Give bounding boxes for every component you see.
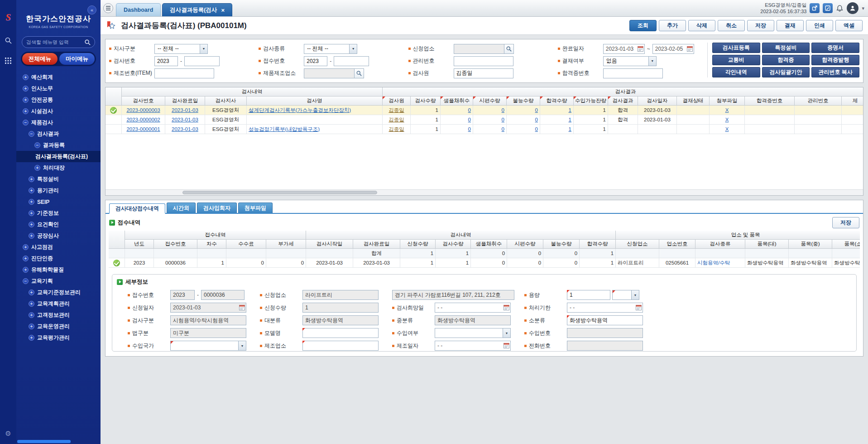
plus-icon[interactable]: + [23,97,29,103]
sidebar-item[interactable]: +사고점검 [16,241,101,253]
edit-icon[interactable] [823,3,833,13]
grid-column-header[interactable]: 검사수량 [411,97,441,106]
minus-icon[interactable]: − [29,131,34,137]
grid-column-header[interactable]: 시편수량 [473,97,507,106]
grid-cell[interactable]: 0 [507,125,540,134]
sidebar-item[interactable]: +요건확인 [16,219,101,230]
detail-input[interactable] [302,290,379,300]
sidebar-scrollbar-thumb[interactable] [17,440,71,443]
detail-input[interactable] [302,328,379,338]
grid-cell[interactable]: 0 [473,125,507,134]
grid-column-header[interactable]: 제 [842,97,863,106]
grid-cell[interactable]: 1 [580,258,616,268]
grid-column-header[interactable]: 검사완료일 [353,240,400,249]
grid-cell[interactable]: X [710,125,745,134]
quick-action-button[interactable]: 합격증 [762,55,810,65]
grid-column-header[interactable]: 검사지사 [205,97,247,106]
grid-column-header[interactable]: 품목(중) [789,240,832,249]
sidebar-item[interactable]: −결과등록 [16,140,101,151]
grid-cell[interactable]: 합격 [608,115,638,125]
quick-action-button[interactable]: 관리번호 복사 [811,67,859,77]
sidebar-item[interactable]: +진단인증 [16,253,101,264]
filter-input[interactable] [334,56,369,66]
grid-cell[interactable]: 합격 [608,106,638,115]
grid-cell[interactable]: 1 [540,125,574,134]
grid-column-header[interactable]: 수입가능잔량 [574,97,608,106]
detail-select[interactable]: ▼ [612,290,639,300]
grid-cell[interactable]: 1 [400,258,436,268]
grid-cell[interactable]: 화생방수탁용역 [789,258,832,268]
plus-icon[interactable]: + [29,323,34,329]
grid-cell[interactable]: ESG경영처 [205,125,247,134]
grid-cell[interactable]: 0 [441,106,473,115]
save-button[interactable]: 저장 [832,217,859,228]
grid-column-header[interactable]: 검사번호 [122,97,165,106]
grid-row[interactable]: 2023-00000032023-01-03ESG경영처설계단계검사기록부(가스… [106,106,863,115]
grid-column-header[interactable]: 차수 [197,240,226,249]
grid-cell[interactable]: 2023-01-03 [165,125,205,134]
grid-column-header[interactable]: 수수료 [226,240,266,249]
sidebar-item[interactable]: +기준정보 [16,208,101,219]
detail-input[interactable] [170,290,195,300]
grid-column-header[interactable]: 품목(대) [745,240,789,249]
filter-select[interactable]: -- 전체 --▼ [154,44,208,54]
grid-cell[interactable] [842,125,863,134]
grid-cell[interactable] [842,106,863,115]
grid-column-header[interactable]: 부가세 [266,240,306,249]
favorite-star-icon[interactable] [106,20,116,31]
delete-button[interactable]: 삭제 [688,20,715,31]
tab-attachments[interactable]: 첨부파일 [238,203,273,213]
grid-column-header[interactable]: 업소번호 [659,240,695,249]
notification-bell-icon[interactable] [836,5,844,12]
grid-cell[interactable]: 1 [411,125,441,134]
grid-cell[interactable]: ESG경영처 [205,115,247,125]
settings-gear-icon[interactable]: ⚙ [5,430,11,438]
plus-icon[interactable]: + [34,165,40,171]
tab-inspection-attendee[interactable]: 검사입회자 [197,203,237,213]
plus-icon[interactable]: + [23,244,29,250]
calendar-icon[interactable] [687,46,693,52]
search-button[interactable]: 조회 [629,20,657,31]
search-icon[interactable] [84,39,91,45]
grid-cell[interactable]: 1 [411,115,441,125]
grid-column-header[interactable]: 검사결과 [608,97,638,106]
grid-cell[interactable]: 1 [540,106,574,115]
filter-input[interactable] [454,56,513,66]
grid-column-header[interactable]: 년도 [125,240,154,249]
lookup-search-button[interactable] [504,44,514,54]
detail-input[interactable] [170,328,246,338]
quick-action-button[interactable]: 검사표등록 [712,43,760,53]
grid-cell[interactable]: 2023-01-03 [165,106,205,115]
grid-cell[interactable]: 1 [574,106,608,115]
filter-input[interactable] [154,56,178,66]
grid-column-header[interactable]: 검사명 [247,97,383,106]
my-menu-button[interactable]: 마이메뉴 [59,53,95,65]
filter-input[interactable] [304,56,327,66]
plus-icon[interactable]: + [29,335,34,341]
calendar-icon[interactable] [504,343,509,348]
grid-cell[interactable] [745,106,795,115]
calendar-icon[interactable] [239,304,245,310]
plus-icon[interactable]: + [23,267,29,273]
quick-action-button[interactable]: 특정설비 [762,43,810,53]
plus-icon[interactable]: + [29,233,34,239]
sidebar-collapse-button[interactable]: « [87,5,96,14]
plus-icon[interactable]: + [29,176,34,182]
grid-row[interactable]: 202300000361002023-01-032023-01-03110001… [109,258,860,268]
tab-active-page[interactable]: 검사결과등록(검사× [162,3,232,16]
grid-cell[interactable]: 0 [473,115,507,125]
grid-column-header[interactable]: 접수번호 [154,240,197,249]
grid-cell[interactable]: 0 [471,258,507,268]
grid-cell[interactable]: 0 [507,115,540,125]
grid-cell[interactable]: 2023 [125,258,154,268]
grid-cell[interactable]: 2023-0000001 [122,125,165,134]
cancel-button[interactable]: 취소 [718,20,745,31]
grid-cell[interactable] [745,115,795,125]
sidebar-item[interactable]: +예산회계 [16,72,101,83]
detail-input[interactable] [567,341,643,351]
detail-input[interactable] [567,328,643,338]
grid-cell[interactable]: 1 [574,125,608,134]
sidebar-item[interactable]: −검사결과 [16,128,101,140]
detail-input[interactable] [170,315,246,325]
avatar[interactable] [847,2,858,14]
